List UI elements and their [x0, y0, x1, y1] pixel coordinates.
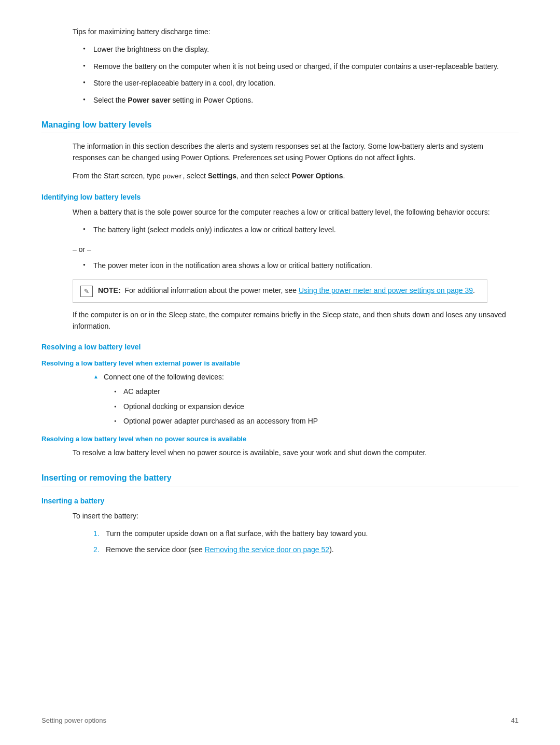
identifying-heading: Identifying low battery levels: [41, 193, 519, 201]
content: Tips for maximizing battery discharge ti…: [41, 26, 519, 555]
devices-list: AC adapter Optional docking or expansion…: [104, 386, 519, 427]
resolving-external-heading: Resolving a low battery level when exter…: [41, 359, 519, 367]
power-saver-bold: Power saver: [128, 96, 171, 104]
managing-low-heading: Managing low battery levels: [41, 120, 519, 133]
list-item: Select the Power saver setting in Power …: [83, 94, 519, 106]
note-box: NOTE: For additional information about t…: [73, 279, 487, 303]
identifying-bullet-list-2: The power meter icon in the notification…: [41, 260, 519, 271]
inserting-battery-heading: Inserting a battery: [41, 497, 519, 505]
resolving-heading: Resolving a low battery level: [41, 343, 519, 351]
note-label: NOTE:: [98, 286, 121, 294]
list-item: Lower the brightness on the display.: [83, 44, 519, 55]
note-icon: [80, 286, 93, 297]
identifying-para2: If the computer is on or in the Sleep st…: [41, 309, 519, 332]
resolving-no-power-heading: Resolving a low battery level when no po…: [41, 435, 519, 443]
list-item: AC adapter: [114, 386, 519, 397]
list-item: 2. Remove the service door (see Removing…: [93, 544, 519, 555]
list-item: 1. Turn the computer upside down on a fl…: [93, 528, 519, 539]
resolving-no-power-para: To resolve a low battery level when no p…: [41, 447, 519, 458]
note-link[interactable]: Using the power meter and power settings…: [299, 286, 473, 294]
triangle-list: Connect one of the following devices: AC…: [41, 371, 519, 427]
list-item: Optional power adapter purchased as an a…: [114, 415, 519, 427]
footer-left: Setting power options: [41, 716, 106, 724]
intro-tips-label: Tips for maximizing battery discharge ti…: [41, 26, 519, 37]
list-item: The power meter icon in the notification…: [83, 260, 519, 271]
service-door-link[interactable]: Removing the service door on page 52: [205, 545, 329, 554]
or-separator: – or –: [41, 244, 519, 255]
inserting-removing-heading: Inserting or removing the battery: [41, 473, 519, 486]
insert-steps-list: 1. Turn the computer upside down on a fl…: [41, 528, 519, 555]
identifying-bullet-list: The battery light (select models only) i…: [41, 224, 519, 235]
managing-low-para2: From the Start screen, type power, selec…: [41, 170, 519, 182]
managing-low-para1: The information in this section describe…: [41, 140, 519, 164]
list-item: Remove the battery on the computer when …: [83, 61, 519, 72]
list-item: Store the user-replaceable battery in a …: [83, 77, 519, 89]
list-item: Connect one of the following devices: AC…: [93, 371, 519, 427]
list-item: The battery light (select models only) i…: [83, 224, 519, 235]
footer-right: 41: [511, 716, 519, 724]
to-insert-label: To insert the battery:: [41, 510, 519, 522]
note-content: NOTE: For additional information about t…: [98, 285, 475, 296]
list-item: Optional docking or expansion device: [114, 401, 519, 412]
intro-bullet-list: Lower the brightness on the display. Rem…: [41, 44, 519, 106]
identifying-para1: When a battery that is the sole power so…: [41, 206, 519, 218]
page: Tips for maximizing battery discharge ti…: [0, 0, 560, 745]
